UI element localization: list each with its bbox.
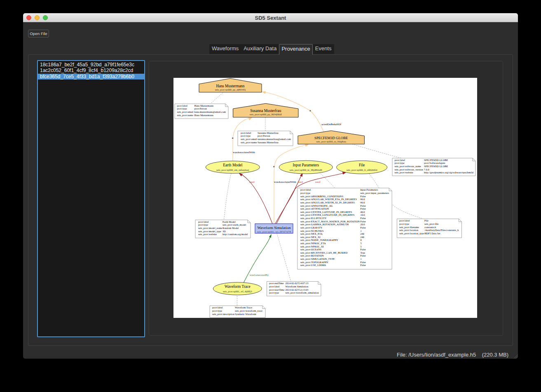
svg-text:seis_prov:sp000_in_38jd89da8l: seis_prov:sp000_in_38jd89da8l	[290, 168, 322, 171]
svg-text:False: False	[361, 226, 366, 229]
svg-text:2014-02-02T14:07:13: 2014-02-02T14:07:13	[286, 282, 309, 285]
svg-text:Earth Model: Earth Model	[222, 220, 236, 223]
svg-text:seis_prov:CENTER_LATITUDE_IN_D: seis_prov:CENTER_LATITUDE_IN_DEGREES	[300, 210, 352, 213]
svg-text:Susanna Musterfrau: Susanna Musterfrau	[258, 131, 279, 134]
svg-text:False: False	[361, 217, 366, 219]
svg-text:7.0.0: 7.0.0	[424, 168, 429, 171]
svg-text:seis_prov:CENTER_LONGITUDE_IN_: seis_prov:CENTER_LONGITUDE_IN_DEGREES	[300, 213, 355, 216]
svg-text:False: False	[361, 204, 366, 207]
svg-text:seis_prov:sp001_ws_f87sf7sf78: seis_prov:sp001_ws_f87sf7sf78	[257, 230, 291, 233]
svg-text:seis_prov:USE_LDDRK: seis_prov:USE_LDDRK	[300, 264, 326, 266]
svg-text:Hans Mustermann: Hans Mustermann	[216, 84, 245, 88]
svg-text:seis_prov:software_version: seis_prov:software_version	[395, 168, 424, 171]
svg-text:seis_prov:location: seis_prov:location	[399, 229, 419, 231]
svg-text:seis_prov:model_type: seis_prov:model_type	[198, 230, 221, 233]
svg-text:False: False	[361, 195, 366, 198]
svg-text:seis_prov:TOPOGRAPHY: seis_prov:TOPOGRAPHY	[300, 261, 329, 264]
svg-text:3D: 3D	[222, 230, 226, 233]
svg-text:prov:label: prov:label	[241, 131, 251, 134]
svg-text:seis_prov:NEX_ETA: seis_prov:NEX_ETA	[300, 232, 323, 235]
svg-text:seis_prov:sp000_sa_9dig8ata: seis_prov:sp000_sa_9dig8ata	[316, 140, 346, 143]
svg-text:prov:label: prov:label	[198, 220, 209, 223]
svg-text:used: used	[249, 180, 255, 183]
svg-text:90.0: 90.0	[361, 198, 365, 201]
svg-text:prov:label: prov:label	[212, 306, 223, 309]
svg-text:5: 5	[361, 245, 362, 248]
svg-text:prov:endTime: prov:endTime	[269, 282, 284, 285]
svg-text:seis_prov:GAMMA_ROTATION_AZIMU: seis_prov:GAMMA_ROTATION_AZIMUTH	[300, 223, 349, 226]
svg-text:Waveform Simulation: Waveform Simulation	[286, 285, 309, 288]
svg-text:seis_prov:email: seis_prov:email	[177, 110, 194, 113]
svg-text:2014-02-02T12:15:03: 2014-02-02T12:15:03	[286, 288, 309, 291]
svg-text:Waveform Trace: Waveform Trace	[235, 306, 252, 309]
svg-text:False: False	[361, 264, 366, 266]
svg-text:seis_prov:sp001_wf_4j09fj3: seis_prov:sp001_wf_4j09fj3	[223, 290, 252, 293]
svg-text:prov:type: prov:type	[395, 161, 405, 164]
svg-text:90.0: 90.0	[361, 201, 365, 204]
svg-text:seis_prov:NEX_XI: seis_prov:NEX_XI	[300, 236, 321, 238]
svg-text:seis_prov:sp000_fi_d49db0b4: seis_prov:sp000_fi_d49db0b4	[347, 168, 377, 171]
svg-text:Random Model: Random Model	[222, 226, 239, 229]
svg-text:False: False	[361, 254, 366, 257]
svg-text:seis_prov:description: seis_prov:description	[212, 313, 235, 315]
svg-text:0: 0	[361, 238, 362, 241]
svg-text:seis_prov:waveform_trace: seis_prov:waveform_trace	[235, 309, 262, 312]
svg-text:hans.mustermann@email.com: hans.mustermann@email.com	[194, 110, 226, 113]
svg-text:False: False	[361, 220, 366, 223]
svg-text:seis_prov:ELLIPTICITY: seis_prov:ELLIPTICITY	[300, 217, 327, 219]
svg-text:seis_prov:SIMULATION_TYPE: seis_prov:SIMULATION_TYPE	[300, 257, 335, 260]
svg-text:susanna.musterfrau@email.com: susanna.musterfrau@email.com	[258, 138, 291, 140]
svg-text:seis_prov:sp000_em_skfusjdoej: seis_prov:sp000_em_skfusjdoej	[216, 168, 249, 171]
svg-text:seis_prov:ANGULAR_WIDTH_ETA_IN: seis_prov:ANGULAR_WIDTH_ETA_IN_DEGREES	[300, 198, 357, 201]
svg-text:prov:type: prov:type	[177, 107, 187, 110]
svg-text:Waveform Simulation: Waveform Simulation	[257, 226, 291, 230]
svg-text:seis_prov:ROTATION: seis_prov:ROTATION	[300, 254, 324, 257]
svg-text:Input Parameters: Input Parameters	[293, 163, 319, 167]
svg-text:seis_prov:ATTENUATION: seis_prov:ATTENUATION	[300, 207, 329, 210]
svg-text:prov:label: prov:label	[300, 188, 311, 191]
svg-text:False: False	[361, 207, 366, 210]
svg-text:prov:Person: prov:Person	[194, 107, 207, 110]
svg-text:False: False	[361, 248, 366, 251]
svg-text:prov:label: prov:label	[395, 159, 405, 161]
svg-text:seis_prov:file: seis_prov:file	[424, 222, 438, 225]
svg-text:prov:type: prov:type	[198, 223, 208, 226]
svg-text:seis_prov:name: seis_prov:name	[177, 114, 194, 117]
svg-text:seis_prov:sp000_pp_9034j90df: seis_prov:sp000_pp_9034j90df	[250, 113, 282, 116]
svg-text:Synthetic Waveform: Synthetic Waveform	[235, 313, 256, 315]
svg-text:Susanna Musterfrau: Susanna Musterfrau	[250, 109, 281, 113]
svg-text:seis_prov:name: seis_prov:name	[241, 141, 257, 144]
svg-text:/AuxiliaryData/Files/constants: /AuxiliaryData/Files/constants_h	[424, 229, 459, 231]
svg-text:True: True	[361, 251, 365, 254]
svg-text:Earth Model: Earth Model	[223, 163, 243, 167]
svg-text:prov:type: prov:type	[241, 134, 251, 137]
svg-text:5: 5	[361, 242, 362, 245]
svg-text:prov:SoftwareAgent: prov:SoftwareAgent	[424, 161, 445, 164]
svg-text:prov:label: prov:label	[399, 219, 410, 222]
svg-text:prov:Person: prov:Person	[258, 134, 270, 137]
svg-text:actedOnBehalfOf: actedOnBehalfOf	[321, 123, 342, 126]
svg-text:seis_prov:ABSORBING_CONDITIONS: seis_prov:ABSORBING_CONDITIONS	[300, 195, 343, 198]
svg-text:File: File	[424, 219, 429, 222]
svg-text:seis_prov:model_name: seis_prov:model_name	[198, 226, 222, 229]
svg-text:seis_prov:website: seis_prov:website	[395, 171, 413, 174]
svg-text:240: 240	[361, 236, 364, 238]
svg-text:1: 1	[361, 257, 362, 260]
svg-text:prov:type: prov:type	[300, 191, 310, 194]
svg-text:http://geodynamics.org/cig/sof: http://geodynamics.org/cig/software/spec…	[424, 171, 474, 174]
svg-text:SPECFEM3D GLOBE: SPECFEM3D GLOBE	[424, 165, 448, 168]
svg-text:1: 1	[361, 229, 362, 232]
svg-text:seis_prov:RECEIVERS_CAN_BE_BUR: seis_prov:RECEIVERS_CAN_BE_BURIED	[300, 251, 348, 254]
svg-text:seis_prov:filename: seis_prov:filename	[399, 226, 419, 229]
svg-text:prov:startTime: prov:startTime	[269, 288, 284, 291]
svg-text:seis_prov:website: seis_prov:website	[198, 233, 217, 236]
svg-text:Hans Mustermann: Hans Mustermann	[194, 114, 214, 117]
svg-text:SPECFEM3D GLOBE: SPECFEM3D GLOBE	[314, 136, 348, 140]
svg-text:Waveform Trace: Waveform Trace	[225, 285, 251, 289]
svg-text:File: File	[359, 163, 365, 167]
svg-text:SPECFEM3D GLOBE: SPECFEM3D GLOBE	[424, 159, 448, 161]
svg-text:240: 240	[361, 232, 364, 235]
svg-text:seis_prov:sp000_pp_dj89345j: seis_prov:sp000_pp_dj89345j	[215, 88, 246, 91]
svg-text:seis_prov:input_parameters: seis_prov:input_parameters	[361, 191, 389, 194]
svg-text:10.0: 10.0	[361, 213, 365, 216]
